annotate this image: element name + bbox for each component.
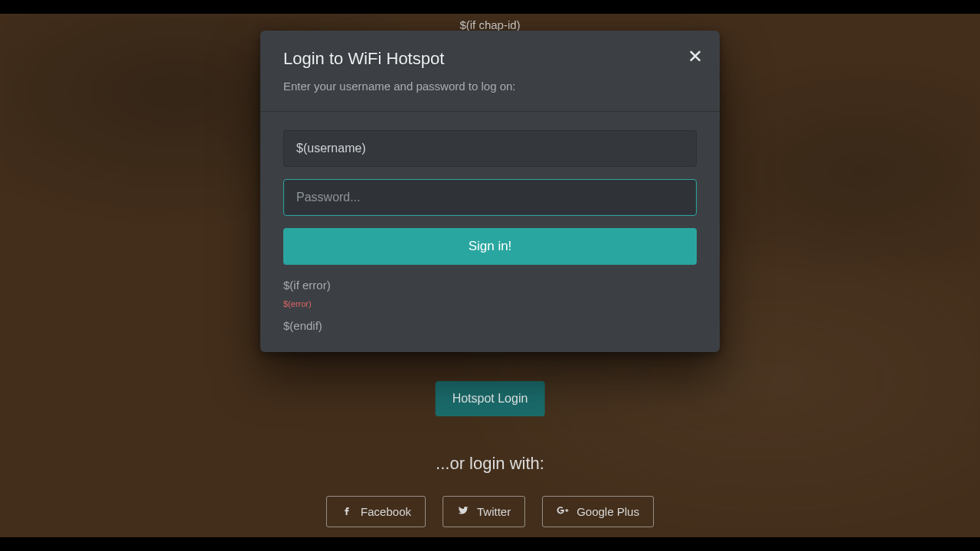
- or-login-with-text: ...or login with:: [0, 454, 980, 474]
- letterbox-bottom: [0, 537, 980, 551]
- endif-text: $(endif): [283, 319, 697, 332]
- facebook-label: Facebook: [361, 505, 411, 518]
- if-error-text: $(if error): [283, 279, 697, 292]
- twitter-icon: [457, 504, 469, 519]
- modal-body: Sign in! $(if error) $(error) $(endif): [260, 112, 720, 352]
- sign-in-button[interactable]: Sign in!: [283, 228, 697, 265]
- facebook-login-button[interactable]: Facebook: [326, 496, 426, 527]
- modal-title: Login to WiFi Hotspot: [283, 49, 697, 69]
- googleplus-icon: [557, 504, 569, 519]
- letterbox-top: [0, 0, 980, 14]
- close-icon[interactable]: ✕: [688, 47, 703, 66]
- login-modal: Login to WiFi Hotspot Enter your usernam…: [260, 31, 720, 352]
- twitter-label: Twitter: [477, 505, 511, 518]
- hotspot-login-button[interactable]: Hotspot Login: [436, 381, 545, 416]
- twitter-login-button[interactable]: Twitter: [443, 496, 525, 527]
- googleplus-label: Google Plus: [577, 505, 639, 518]
- modal-subtitle: Enter your username and password to log …: [283, 80, 697, 93]
- error-text: $(error): [283, 299, 697, 308]
- social-login-row: Facebook Twitter Google Plus: [0, 496, 980, 527]
- chap-id-text: $(if chap-id): [0, 18, 980, 31]
- username-input[interactable]: [283, 130, 697, 167]
- page-canvas: $(if chap-id) Latvis MIND, Hotspot Login…: [0, 14, 980, 537]
- googleplus-login-button[interactable]: Google Plus: [542, 496, 654, 527]
- modal-header: Login to WiFi Hotspot Enter your usernam…: [260, 31, 720, 109]
- facebook-icon: [341, 504, 353, 519]
- password-input[interactable]: [283, 179, 697, 216]
